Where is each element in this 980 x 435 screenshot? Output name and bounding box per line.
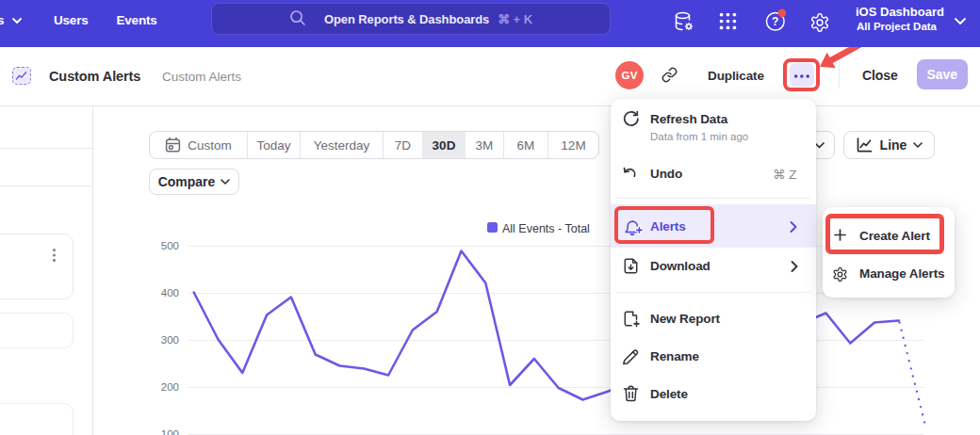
svg-text:?: ? bbox=[772, 15, 778, 28]
